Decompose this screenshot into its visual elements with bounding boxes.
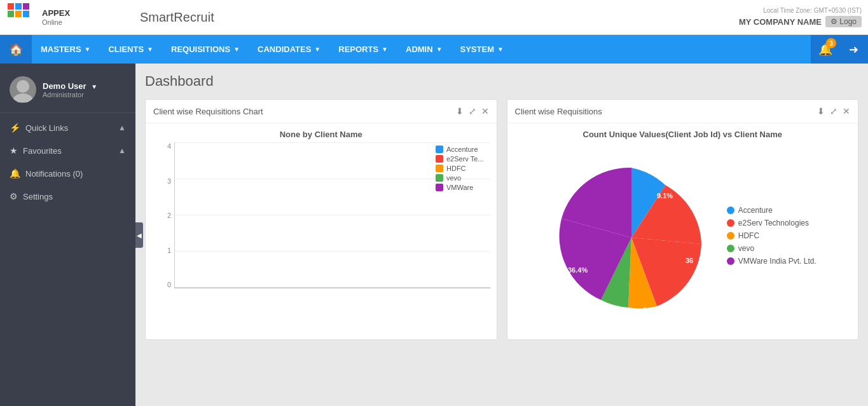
pie-legend-accenture: Accenture [727,206,816,215]
company-area: MY COMPANY NAME ⚙ Logo [739,16,862,27]
legend-vevo-label: vevo [446,174,461,182]
pie-legend-accenture-color [727,206,734,214]
bar-chart-close-button[interactable]: ✕ [481,106,489,116]
legend-vevo: vevo [436,174,484,182]
app-sub: Online [42,18,70,26]
svg-rect-5 [23,3,29,10]
user-name[interactable]: Demo User ▼ [43,81,97,91]
legend-e2serv: e2Serv Te... [436,155,484,163]
legend-accenture-label: Accenture [446,145,478,153]
y-label-3: 3 [167,177,171,185]
bar-chart-legend: Accenture e2Serv Te... HDFC [436,145,484,193]
pie-chart-expand-button[interactable]: ⤢ [830,106,837,116]
svg-point-7 [17,80,29,93]
pie-chart-actions: ⬇ ⤢ ✕ [817,106,850,116]
legend-hdfc-label: HDFC [446,165,466,172]
nav-clients[interactable]: CLIENTS ▼ [99,35,162,64]
legend-vmware-label: VMWare [446,184,473,191]
sidebar-wrapper: Demo User ▼ Administrator ⚡ Quick Links … [0,64,135,406]
bar-chart-actions: ⬇ ⤢ ✕ [456,106,489,116]
content-area: Dashboard Client wise Requisitions Chart… [135,64,868,406]
legend-accenture-color [436,145,443,153]
pie-legend-e2serv: e2Serv Technologies [727,219,816,227]
pie-legend-hdfc-label: HDFC [738,231,759,240]
y-label-1: 1 [167,247,171,254]
nav-candidates[interactable]: CANDIDATES ▼ [249,35,329,64]
top-bar: APPEX Online SmartRecruit Local Time Zon… [0,0,868,35]
sidebar-item-favourites[interactable]: ★ Favourites ▲ [0,139,135,162]
sidebar-item-notifications[interactable]: 🔔 Notifications (0) [0,162,135,185]
y-axis-labels: 4 3 2 1 0 [152,142,174,288]
pie-chart-body: Count Unique Values(Client Job Id) vs Cl… [507,123,858,339]
pie-chart-download-button[interactable]: ⬇ [817,106,825,116]
nav-system[interactable]: SYSTEM ▼ [451,35,513,64]
favourites-icon: ★ [10,145,18,156]
nav-reports[interactable]: REPORTS ▼ [329,35,397,64]
nav-admin[interactable]: ADMIN ▼ [397,35,451,64]
bell-badge: 3 [826,38,836,48]
pie-chart-container: 9.1% 36 9.1% 9.1% 36.4% Accenture [514,142,852,333]
pie-svg: 9.1% 36 9.1% 9.1% 36.4% [549,155,714,320]
favourites-expand-icon: ▲ [118,146,126,155]
admin-caret-icon: ▼ [436,46,443,53]
sidebar-collapse-button[interactable]: ◀ [135,222,143,248]
y-label-4: 4 [167,142,171,150]
nav-masters[interactable]: MASTERS ▼ [32,35,99,64]
logout-button[interactable]: ➜ [839,35,868,64]
pie-legend-hdfc: HDFC [727,231,816,240]
notifications-bell-button[interactable]: 🔔 3 [811,35,839,64]
legend-hdfc: HDFC [436,165,484,172]
user-area: Demo User ▼ Administrator [0,70,135,113]
sidebar-item-settings[interactable]: ⚙ Settings [0,185,135,208]
pie-legend-vmware-color [727,257,734,265]
legend-vmware-color [436,184,443,191]
home-nav-button[interactable]: 🏠 [0,35,32,64]
user-info: Demo User ▼ Administrator [43,81,97,98]
sidebar: Demo User ▼ Administrator ⚡ Quick Links … [0,64,135,406]
bar-chart-panel: Client wise Requisitions Chart ⬇ ⤢ ✕ Non… [145,99,497,340]
pie-legend-vevo-color [727,245,734,252]
system-caret-icon: ▼ [497,46,504,53]
bar-chart-download-button[interactable]: ⬇ [456,106,464,116]
pie-chart-close-button[interactable]: ✕ [843,106,850,116]
legend-accenture: Accenture [436,145,484,153]
pie-legend-vevo-label: vevo [738,244,754,253]
main-layout: Demo User ▼ Administrator ⚡ Quick Links … [0,64,868,406]
pie-legend-e2serv-label: e2Serv Technologies [738,219,809,227]
pie-legend-e2serv-color [727,219,734,227]
pie-chart-header: Client wise Requisitions ⬇ ⤢ ✕ [507,100,858,123]
nav-requisitions[interactable]: REQUISITIONS ▼ [162,35,249,64]
appex-logo-icon [6,2,37,32]
legend-vmware: VMWare [436,184,484,191]
timezone: Local Time Zone: GMT+0530 (IST) [763,7,862,14]
bar-chart-subtitle: None by Client Name [152,130,490,139]
quicklinks-expand-icon: ▲ [118,123,126,132]
svg-rect-6 [23,11,29,17]
pie-legend-vmware: VMWare India Pvt. Ltd. [727,257,816,266]
svg-rect-3 [8,11,14,17]
requisitions-caret-icon: ▼ [233,46,240,53]
pie-chart-subtitle: Count Unique Values(Client Job Id) vs Cl… [514,130,852,139]
pie-legend-vevo: vevo [727,244,816,253]
avatar [10,76,36,103]
app-name: APPEX [42,8,70,18]
logo-badge: ⚙ Logo [825,16,862,27]
bar-chart-expand-button[interactable]: ⤢ [469,106,476,116]
sidebar-item-quicklinks[interactable]: ⚡ Quick Links ▲ [0,116,135,139]
pie-legend-vmware-label: VMWare India Pvt. Ltd. [738,257,816,266]
settings-icon: ⚙ [10,191,18,201]
top-right-info: Local Time Zone: GMT+0530 (IST) MY COMPA… [739,7,862,27]
clients-caret-icon: ▼ [147,46,153,53]
pie-legend-hdfc-color [727,232,734,240]
svg-rect-1 [8,3,14,10]
legend-vevo-color [436,174,443,182]
dashboard-panels: Client wise Requisitions Chart ⬇ ⤢ ✕ Non… [145,99,858,340]
pie-label-accenture: 9.1% [657,192,673,200]
company-name: MY COMPANY NAME [739,17,822,27]
pie-label-vevo: 9.1% [605,306,621,314]
pie-legend-accenture-label: Accenture [738,206,773,215]
y-label-2: 2 [167,212,171,219]
reports-caret-icon: ▼ [382,46,388,53]
logo-area: APPEX Online [6,2,140,32]
user-role: Administrator [43,91,97,98]
